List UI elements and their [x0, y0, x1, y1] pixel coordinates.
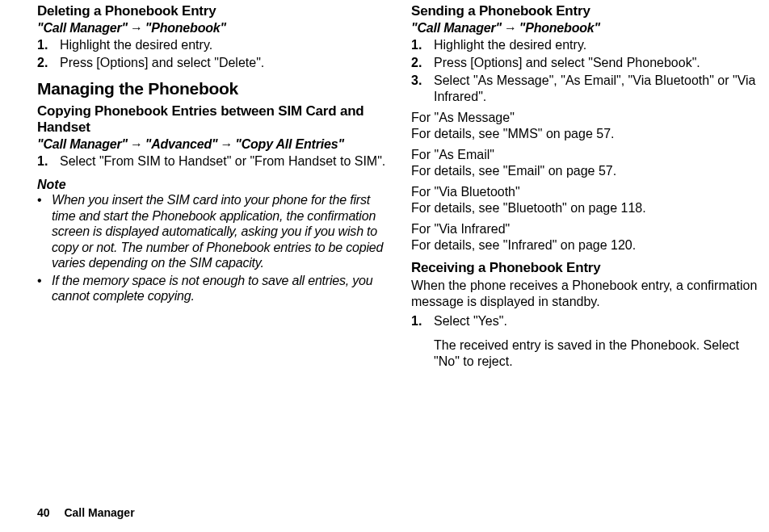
- left-column: Deleting a Phonebook Entry "Call Manager…: [37, 3, 387, 370]
- bullet-icon: •: [37, 192, 52, 271]
- step-item: 2. Press [Options] and select "Delete".: [37, 55, 387, 71]
- right-column: Sending a Phonebook Entry "Call Manager"…: [411, 3, 761, 370]
- heading-deleting: Deleting a Phonebook Entry: [37, 3, 387, 19]
- page-footer: 40 Call Manager: [37, 506, 135, 519]
- page-content: Deleting a Phonebook Entry "Call Manager…: [0, 0, 769, 370]
- crumb-call-manager: "Call Manager": [411, 21, 502, 35]
- bullet-icon: •: [37, 273, 52, 304]
- arrow-icon: →: [128, 137, 145, 151]
- arrow-icon: →: [502, 21, 519, 35]
- breadcrumb-copying: "Call Manager"→"Advanced"→"Copy All Entr…: [37, 137, 387, 152]
- steps-sending: 1. Highlight the desired entry. 2. Press…: [411, 37, 761, 105]
- crumb-call-manager: "Call Manager": [37, 21, 128, 35]
- note-item: • If the memory space is not enough to s…: [37, 273, 387, 304]
- for-as-message: For "As Message" For details, see "MMS" …: [411, 110, 761, 142]
- step-number: 2.: [37, 55, 60, 71]
- step-item: 1. Highlight the desired entry.: [411, 37, 761, 53]
- step-text: Press [Options] and select "Delete".: [60, 55, 387, 71]
- step-number: 1.: [37, 37, 60, 53]
- footer-title: Call Manager: [64, 506, 134, 519]
- step-number: 3.: [411, 73, 434, 105]
- heading-receiving: Receiving a Phonebook Entry: [411, 260, 761, 276]
- for-title: For "As Email": [411, 147, 761, 163]
- for-detail: For details, see "Infrared" on page 120.: [411, 237, 761, 253]
- breadcrumb-deleting: "Call Manager"→"Phonebook": [37, 21, 387, 36]
- step-number: 1.: [37, 153, 60, 170]
- breadcrumb-sending: "Call Manager"→"Phonebook": [411, 21, 761, 36]
- note-text: If the memory space is not enough to sav…: [52, 273, 387, 304]
- heading-managing: Managing the Phonebook: [37, 79, 387, 98]
- for-title: For "Via Bluetooth": [411, 184, 761, 200]
- for-via-bluetooth: For "Via Bluetooth" For details, see "Bl…: [411, 184, 761, 216]
- crumb-advanced: "Advanced": [145, 137, 218, 151]
- crumb-phonebook: "Phonebook": [145, 21, 226, 35]
- for-detail: For details, see "Bluetooth" on page 118…: [411, 200, 761, 216]
- for-detail: For details, see "Email" on page 57.: [411, 163, 761, 179]
- page-number: 40: [37, 506, 50, 519]
- for-title: For "Via Infrared": [411, 221, 761, 237]
- crumb-phonebook: "Phonebook": [519, 21, 600, 35]
- step-item: 1. Highlight the desired entry.: [37, 37, 387, 53]
- step-item: 3. Select "As Message", "As Email", "Via…: [411, 73, 761, 105]
- arrow-icon: →: [217, 137, 235, 151]
- step-item: 1. Select "Yes".: [411, 313, 761, 329]
- steps-receiving: 1. Select "Yes".: [411, 313, 761, 329]
- crumb-call-manager: "Call Manager": [37, 137, 128, 151]
- note-item: • When you insert the SIM card into your…: [37, 192, 387, 271]
- step-number: 1.: [411, 313, 434, 329]
- for-title: For "As Message": [411, 110, 761, 126]
- step-number: 2.: [411, 55, 434, 71]
- for-via-infrared: For "Via Infrared" For details, see "Inf…: [411, 221, 761, 253]
- step-text: Select "As Message", "As Email", "Via Bl…: [434, 73, 761, 105]
- note-label: Note: [37, 178, 387, 192]
- step-subtext: The received entry is saved in the Phone…: [411, 337, 761, 370]
- steps-deleting: 1. Highlight the desired entry. 2. Press…: [37, 37, 387, 71]
- note-list: • When you insert the SIM card into your…: [37, 192, 387, 304]
- subheading-copying: Copying Phonebook Entries between SIM Ca…: [37, 103, 387, 136]
- for-as-email: For "As Email" For details, see "Email" …: [411, 147, 761, 179]
- arrow-icon: →: [128, 21, 145, 35]
- crumb-copy-all: "Copy All Entries": [235, 137, 344, 151]
- step-number: 1.: [411, 37, 434, 53]
- steps-copying: 1. Select "From SIM to Handset" or "From…: [37, 153, 387, 170]
- note-text: When you insert the SIM card into your p…: [52, 192, 387, 271]
- step-text: Highlight the desired entry.: [60, 37, 387, 53]
- step-text: Select "From SIM to Handset" or "From Ha…: [60, 153, 387, 170]
- step-text: Select "Yes".: [434, 313, 761, 329]
- step-text: Highlight the desired entry.: [434, 37, 761, 53]
- step-item: 2. Press [Options] and select "Send Phon…: [411, 55, 761, 71]
- receiving-intro: When the phone receives a Phonebook entr…: [411, 278, 761, 310]
- for-detail: For details, see "MMS" on page 57.: [411, 126, 761, 142]
- step-text: Press [Options] and select "Send Phonebo…: [434, 55, 761, 71]
- step-item: 1. Select "From SIM to Handset" or "From…: [37, 153, 387, 170]
- heading-sending: Sending a Phonebook Entry: [411, 3, 761, 19]
